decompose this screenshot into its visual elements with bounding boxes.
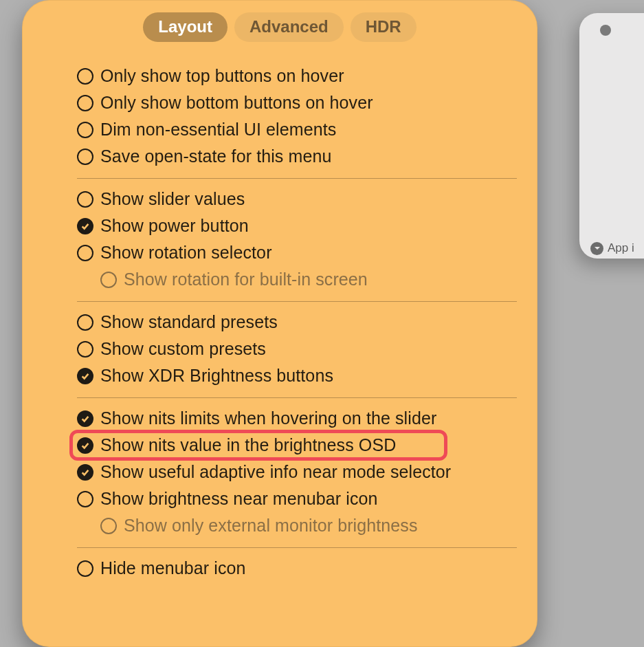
option-label-rotation-sel[interactable]: Show rotation selector — [100, 243, 272, 263]
option-label-hide-menubar[interactable]: Hide menubar icon — [100, 558, 246, 578]
secondary-window-footer-text: App i — [608, 241, 634, 255]
option-label-std-presets[interactable]: Show standard presets — [100, 312, 278, 332]
option-row-rotation-sel: Show rotation selector — [77, 239, 517, 266]
option-row-adaptive-info: Show useful adaptive info near mode sele… — [77, 459, 517, 485]
group-divider — [77, 547, 517, 548]
option-label-rotation-builtin: Show rotation for built-in screen — [124, 270, 368, 289]
secondary-window: App i — [579, 13, 644, 259]
option-row-hide-menubar: Hide menubar icon — [77, 555, 517, 582]
option-toggle-dim-ui[interactable] — [77, 122, 93, 138]
option-label-xdr-buttons[interactable]: Show XDR Brightness buttons — [100, 366, 333, 386]
tab-hdr[interactable]: HDR — [351, 12, 417, 42]
secondary-window-titlebar — [579, 13, 644, 47]
tab-advanced[interactable]: Advanced — [234, 12, 344, 42]
option-toggle-hover-bottom[interactable] — [77, 95, 93, 111]
group-divider — [77, 397, 517, 398]
caret-down-icon[interactable] — [590, 242, 603, 255]
option-label-nits-osd[interactable]: Show nits value in the brightness OSD — [100, 435, 396, 455]
option-label-power-button[interactable]: Show power button — [100, 216, 249, 236]
option-label-nits-hover[interactable]: Show nits limits when hovering on the sl… — [100, 408, 436, 428]
option-label-brightness-menubar[interactable]: Show brightness near menubar icon — [100, 489, 378, 509]
option-row-xdr-buttons: Show XDR Brightness buttons — [77, 362, 517, 389]
option-row-save-state: Save open-state for this menu — [77, 143, 517, 170]
option-row-std-presets: Show standard presets — [77, 309, 517, 336]
option-toggle-nits-osd[interactable] — [77, 437, 93, 454]
option-toggle-std-presets[interactable] — [77, 314, 93, 331]
option-row-cust-presets: Show custom presets — [77, 336, 517, 362]
option-label-cust-presets[interactable]: Show custom presets — [100, 339, 266, 359]
option-toggle-power-button[interactable] — [77, 218, 93, 234]
option-toggle-hover-top[interactable] — [77, 68, 93, 85]
option-toggle-slider-values[interactable] — [77, 191, 93, 208]
option-row-hover-bottom: Only show bottom buttons on hover — [77, 89, 517, 116]
secondary-window-footer: App i — [590, 241, 634, 255]
option-label-hover-top[interactable]: Only show top buttons on hover — [100, 66, 344, 86]
option-toggle-ext-only — [100, 518, 117, 534]
option-row-hover-top: Only show top buttons on hover — [77, 63, 517, 89]
option-row-brightness-menubar: Show brightness near menubar icon — [77, 485, 517, 512]
option-row-slider-values: Show slider values — [77, 186, 517, 212]
option-row-nits-hover: Show nits limits when hovering on the sl… — [77, 405, 517, 432]
option-label-hover-bottom[interactable]: Only show bottom buttons on hover — [100, 93, 373, 113]
option-label-dim-ui[interactable]: Dim non-essential UI elements — [100, 120, 336, 140]
option-label-ext-only: Show only external monitor brightness — [124, 516, 418, 536]
option-toggle-adaptive-info[interactable] — [77, 464, 93, 481]
option-toggle-rotation-builtin — [100, 272, 117, 288]
option-toggle-rotation-sel[interactable] — [77, 245, 93, 261]
option-label-adaptive-info[interactable]: Show useful adaptive info near mode sele… — [100, 462, 451, 482]
option-toggle-cust-presets[interactable] — [77, 341, 93, 358]
option-toggle-nits-hover[interactable] — [77, 410, 93, 427]
settings-tab-bar: Layout Advanced HDR — [22, 11, 537, 57]
group-divider — [77, 301, 517, 302]
tab-layout[interactable]: Layout — [143, 12, 227, 42]
option-row-dim-ui: Dim non-essential UI elements — [77, 116, 517, 143]
option-toggle-save-state[interactable] — [77, 149, 93, 165]
option-row-ext-only: Show only external monitor brightness — [77, 512, 517, 539]
option-toggle-hide-menubar[interactable] — [77, 560, 93, 577]
option-row-rotation-builtin: Show rotation for built-in screen — [77, 266, 517, 293]
settings-panel: Layout Advanced HDR Only show top button… — [22, 0, 537, 647]
group-divider — [77, 178, 517, 179]
option-label-save-state[interactable]: Save open-state for this menu — [100, 146, 331, 166]
option-toggle-brightness-menubar[interactable] — [77, 491, 93, 507]
option-row-power-button: Show power button — [77, 212, 517, 239]
settings-options-list: Only show top buttons on hoverOnly show … — [22, 57, 537, 589]
option-toggle-xdr-buttons[interactable] — [77, 368, 93, 384]
traffic-light-close-icon[interactable] — [600, 25, 611, 36]
option-label-slider-values[interactable]: Show slider values — [100, 189, 245, 209]
option-row-nits-osd: Show nits value in the brightness OSD — [77, 432, 517, 459]
